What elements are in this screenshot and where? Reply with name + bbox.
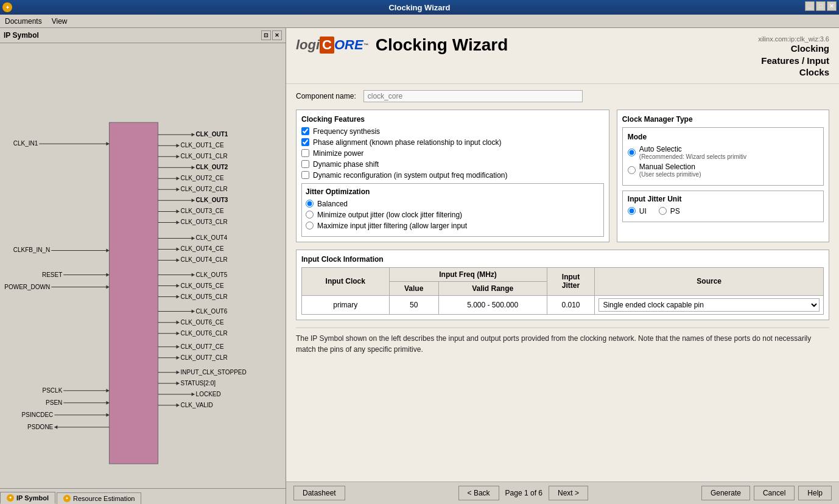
left-panel: IP Symbol ⊡ ✕ CLK_IN1 CLKFB_IN_N <box>0 28 286 504</box>
radio-auto-select: Auto Selectic (Recommended: Wizard selec… <box>628 145 818 160</box>
svg-marker-62 <box>192 273 195 277</box>
svg-text:CLK_OUT2_CE: CLK_OUT2_CE <box>181 175 224 181</box>
maximize-button[interactable]: □ <box>816 1 826 11</box>
help-button[interactable]: Help <box>798 486 832 500</box>
svg-text:CLK_OUT2: CLK_OUT2 <box>196 164 228 170</box>
component-name-row: Component name: <box>296 90 829 102</box>
svg-marker-8 <box>106 273 109 277</box>
checkbox-dyn-phase-input[interactable] <box>301 160 309 168</box>
svg-text:CLK_OUT5_CE: CLK_OUT5_CE <box>181 282 224 289</box>
svg-marker-80 <box>177 345 180 349</box>
svg-marker-68 <box>177 295 180 299</box>
checkbox-freq-synthesis: Frequency synthesis <box>301 127 604 136</box>
menu-documents[interactable]: Documents <box>2 16 44 26</box>
clock-manager-box: Clock Manager Type Mode Auto Selectic (R… <box>617 110 829 242</box>
wizard-footer: Datasheet < Back Page 1 of 6 Next > Gene… <box>286 481 839 504</box>
close-button[interactable]: ✕ <box>827 1 837 11</box>
input-clock-section: Input Clock Information Input Clock Inpu… <box>296 250 829 320</box>
checkbox-min-power-label: Minimize power <box>313 149 363 158</box>
tab-ip-symbol-label: IP Symbol <box>16 494 49 502</box>
radio-balanced-input[interactable] <box>306 200 314 208</box>
svg-text:INPUT_CLK_STOPPED: INPUT_CLK_STOPPED <box>181 369 247 376</box>
svg-marker-56 <box>177 247 180 251</box>
radio-ps: PS <box>659 207 680 215</box>
svg-marker-35 <box>192 166 195 169</box>
cell-freq-value: 50 <box>389 295 438 314</box>
tab-ip-symbol[interactable]: ✦ IP Symbol <box>0 492 55 504</box>
svg-text:CLK_OUT5_CLR: CLK_OUT5_CLR <box>181 293 228 300</box>
svg-marker-77 <box>177 332 180 335</box>
tab-icon-ip: ✦ <box>7 494 14 502</box>
svg-text:CLK_OUT2_CLR: CLK_OUT2_CLR <box>181 186 228 192</box>
svg-rect-0 <box>109 122 158 464</box>
radio-ui-input[interactable] <box>628 207 636 215</box>
logicore-logo: logiCORE™ <box>296 37 368 54</box>
table-row: primary 50 5.000 - 500.000 0.010 Single … <box>302 295 824 314</box>
cancel-button[interactable]: Cancel <box>754 486 795 500</box>
wizard-header: logiCORE™ Clocking Wizard xilinx.com:ip:… <box>286 28 839 84</box>
checkbox-min-power-input[interactable] <box>301 149 309 157</box>
svg-marker-41 <box>177 187 180 191</box>
back-button[interactable]: < Back <box>458 486 499 500</box>
svg-text:PSINCDEC: PSINCDEC <box>22 411 54 418</box>
radio-manual-select-input[interactable] <box>628 166 636 174</box>
datasheet-button[interactable]: Datasheet <box>293 486 345 500</box>
checkbox-freq-synthesis-input[interactable] <box>301 127 309 135</box>
minimize-button[interactable]: _ <box>805 1 815 11</box>
radio-max-input-jitter-input[interactable] <box>306 222 314 229</box>
svg-marker-89 <box>177 382 180 385</box>
menu-view[interactable]: View <box>49 16 70 26</box>
svg-text:CLK_OUT3_CE: CLK_OUT3_CE <box>181 208 224 214</box>
svg-text:PSDONE: PSDONE <box>27 424 54 430</box>
clocking-features-title: Clocking Features <box>301 115 604 124</box>
col-input-jitter: InputJitter <box>547 267 595 295</box>
jitter-title: Jitter Optimization <box>306 187 600 196</box>
checkbox-freq-synthesis-label: Frequency synthesis <box>313 127 380 136</box>
checkbox-phase-align-label: Phase alignment (known phase relationshi… <box>313 138 502 147</box>
wizard-subtitle: ClockingFeatures / InputClocks <box>758 43 829 79</box>
panel-close-button[interactable]: ✕ <box>272 30 282 40</box>
checkbox-dyn-reconfig-input[interactable] <box>301 171 309 179</box>
svg-marker-92 <box>192 393 195 396</box>
description-text: The IP Symbol shown on the left describe… <box>296 327 829 360</box>
radio-auto-select-input[interactable] <box>628 149 636 156</box>
component-name-input[interactable] <box>363 90 583 102</box>
checkbox-phase-align-input[interactable] <box>301 138 309 146</box>
svg-marker-53 <box>192 236 195 240</box>
svg-text:CLK_OUT3_CLR: CLK_OUT3_CLR <box>181 219 228 225</box>
svg-marker-26 <box>192 133 195 136</box>
auto-select-sublabel: (Recommended: Wizard selects primitiv <box>639 153 746 160</box>
radio-ps-input[interactable] <box>659 207 667 215</box>
checkbox-dyn-reconfig: Dynamic reconfiguration (in system outpu… <box>301 171 604 180</box>
checkbox-dyn-phase: Dynamic phase shift <box>301 160 604 169</box>
left-panel-header: IP Symbol ⊡ ✕ <box>0 28 286 43</box>
manual-select-sublabel: (User selects primitive) <box>639 171 701 178</box>
svg-text:STATUS[2:0]: STATUS[2:0] <box>181 380 216 387</box>
checkbox-dyn-reconfig-label: Dynamic reconfiguration (in system outpu… <box>313 171 507 180</box>
input-clock-title: Input Clock Information <box>301 255 824 264</box>
page-info: Page 1 of 6 <box>505 489 542 497</box>
col-input-clock: Input Clock <box>302 267 390 295</box>
panel-title: IP Symbol <box>4 31 39 40</box>
svg-text:CLK_OUT3: CLK_OUT3 <box>196 197 228 203</box>
generate-button[interactable]: Generate <box>701 486 750 500</box>
radio-max-input-jitter: Maximize input jitter filtering (allow l… <box>306 222 600 230</box>
panel-controls: ⊡ ✕ <box>261 30 282 40</box>
svg-marker-95 <box>177 404 180 407</box>
svg-text:CLK_VALID: CLK_VALID <box>181 402 213 408</box>
source-select[interactable]: Single ended clock capable pin Different… <box>599 298 820 312</box>
window-title: Clocking Wizard <box>388 3 450 12</box>
radio-ps-label: PS <box>670 207 680 215</box>
cell-jitter: 0.010 <box>547 295 595 314</box>
svg-text:CLK_OUT7_CE: CLK_OUT7_CE <box>181 343 224 350</box>
svg-text:RESET: RESET <box>42 271 62 278</box>
symbol-area: CLK_IN1 CLKFB_IN_N RESET POWER_DOWN <box>0 43 286 488</box>
tab-resource-estimation[interactable]: ✦ Resource Estimation <box>57 492 142 504</box>
radio-manual-select: Manual Selection (User selects primitive… <box>628 163 818 178</box>
panel-restore-button[interactable]: ⊡ <box>261 30 271 40</box>
svg-text:CLK_OUT6_CE: CLK_OUT6_CE <box>181 319 224 326</box>
checkbox-dyn-phase-label: Dynamic phase shift <box>313 160 379 169</box>
svg-marker-44 <box>192 198 195 202</box>
radio-min-output-jitter-input[interactable] <box>306 211 314 219</box>
next-button[interactable]: Next > <box>549 486 588 500</box>
